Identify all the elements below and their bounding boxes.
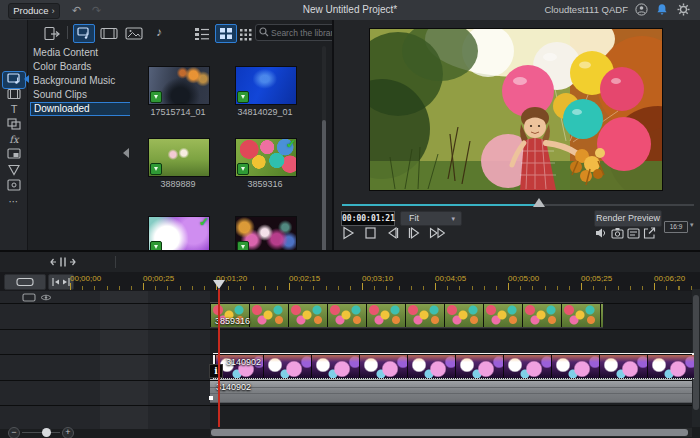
library-scrollbar-thumb[interactable] (322, 120, 326, 265)
clip-info-badge[interactable]: i (209, 364, 223, 378)
account-name: Cloudtest111 QADF (544, 4, 628, 15)
media-item-thumbnail[interactable]: ✓ (235, 138, 297, 177)
produce-button[interactable]: Produce› (8, 3, 60, 19)
timeline-clip-video-2[interactable] (213, 353, 694, 379)
downloaded-badge-icon (237, 91, 249, 103)
storyboard-room-icon[interactable] (4, 88, 24, 102)
ruler-label: 00;00;25 (143, 274, 174, 283)
track-divider (0, 380, 692, 381)
dock-adjust-icon[interactable] (48, 255, 78, 269)
downloaded-badge-icon (150, 91, 162, 103)
collapse-sidebar-icon[interactable] (123, 148, 129, 158)
ruler-label: 00;05;00 (508, 274, 539, 283)
list-view-icon[interactable] (193, 26, 213, 43)
search-icon (259, 27, 269, 37)
media-item-thumbnail[interactable] (148, 138, 210, 177)
sticker-room-icon[interactable] (4, 179, 24, 193)
track-divider (0, 303, 692, 304)
volume-icon[interactable] (595, 227, 608, 239)
produce-chevron-icon: › (52, 5, 55, 16)
preview-video[interactable] (370, 29, 662, 190)
in-use-check-icon: ✓ (199, 215, 209, 229)
category-color-boards[interactable]: Color Boards (30, 60, 131, 73)
media-item-thumbnail[interactable] (235, 66, 297, 105)
clip-label: 3859316 (215, 316, 250, 326)
ruler-label: 00;03;10 (362, 274, 393, 283)
redo-icon[interactable]: ↷ (92, 3, 101, 17)
media-item-label: 3859316 (223, 179, 307, 189)
preview-frame-girl-with-balloons (370, 29, 662, 190)
previous-frame-button[interactable] (386, 226, 402, 240)
category-sound-clips[interactable]: Sound Clips (30, 88, 131, 101)
timeline-clip-audio-2[interactable] (210, 379, 692, 403)
ruler-label: 00;02;15 (289, 274, 320, 283)
header-column-band (100, 291, 148, 429)
more-rooms-icon[interactable]: ⋯ (4, 195, 24, 209)
category-background-music[interactable]: Background Music (30, 74, 131, 87)
media-room-icon[interactable] (4, 73, 24, 87)
filter-video-icon[interactable] (99, 27, 119, 44)
media-grid: 17515714_01 34814029_01 3889889 ✓ 385931… (130, 44, 318, 270)
pip-objects-room-icon[interactable] (4, 148, 24, 162)
zoom-mode-dropdown[interactable]: Fit▾ (400, 211, 462, 226)
effect-room-icon[interactable]: fx (4, 133, 24, 147)
downloaded-badge-icon (150, 163, 162, 175)
timeline-zoom-out-button[interactable]: − (8, 427, 20, 438)
notification-bell-icon[interactable] (656, 3, 668, 16)
play-button[interactable] (342, 226, 358, 240)
toolbar-divider (67, 26, 68, 39)
media-library-panel: T fx ⋯ (0, 20, 332, 250)
timeline-ruler[interactable]: 00;00;00 00;00;25 00;01;20 00;02;15 00;0… (0, 272, 700, 292)
ruler-label: 00;04;05 (435, 274, 466, 283)
snapshot-camera-icon[interactable] (611, 227, 624, 239)
particle-room-icon[interactable] (4, 164, 24, 178)
category-media-content[interactable]: Media Content (30, 46, 131, 59)
track-divider (0, 405, 692, 406)
category-downloaded[interactable]: Downloaded (30, 102, 133, 116)
timeline-toolbar (0, 252, 700, 273)
undo-icon[interactable]: ↶ (72, 3, 81, 17)
aspect-ratio-badge[interactable]: 16:9 (664, 221, 688, 233)
timeline-zoom-in-button[interactable]: + (62, 427, 74, 438)
ruler-major-ticks (70, 283, 693, 290)
eye-icon[interactable] (40, 293, 52, 302)
filter-audio-icon[interactable]: ♪ (149, 25, 169, 42)
playhead-line[interactable] (218, 289, 220, 427)
clip-corner-handle[interactable] (209, 396, 213, 400)
account-icon[interactable] (635, 3, 648, 16)
timecode-display[interactable]: 00:00:01:21 (341, 211, 395, 226)
fast-forward-button[interactable] (429, 226, 445, 240)
track-divider (0, 329, 692, 330)
preview-quality-icon[interactable] (627, 227, 640, 239)
timeline-zoom-slider[interactable] (22, 432, 60, 433)
timeline-zoom-handle[interactable] (42, 428, 51, 437)
stop-button[interactable] (364, 226, 380, 240)
import-media-icon[interactable] (43, 26, 63, 43)
ruler-label: 00;05;25 (581, 274, 612, 283)
filter-photo-icon[interactable] (124, 27, 144, 44)
timeline-horizontal-scrollbar-thumb[interactable] (211, 429, 688, 436)
downloaded-badge-icon (237, 163, 249, 175)
seek-handle[interactable] (533, 198, 545, 207)
video-track-icon (22, 293, 36, 302)
title-room-icon[interactable]: T (4, 103, 24, 117)
render-preview-button[interactable]: Render Preview (594, 210, 662, 227)
timeline-panel: 00;00;00 00;00;25 00;01;20 00;02;15 00;0… (0, 250, 700, 438)
filter-all-media-icon[interactable] (73, 24, 95, 43)
next-frame-button[interactable] (408, 226, 424, 240)
playhead-handle[interactable] (213, 280, 225, 289)
settings-gear-icon[interactable] (677, 3, 690, 16)
library-toolbar: ♪ (27, 24, 332, 44)
timeline-clip-video-1[interactable] (210, 302, 603, 328)
ruler-label: 00;00;00 (70, 274, 101, 283)
grid-view-icon[interactable] (215, 24, 237, 43)
preview-panel: 00:00:01:21 Fit▾ Render Preview 16:9 ▾ (332, 20, 700, 250)
transition-room-icon[interactable] (4, 118, 24, 132)
room-strip: T fx ⋯ (0, 20, 28, 250)
range-select-button[interactable] (4, 274, 46, 290)
media-item-label: 17515714_01 (136, 107, 220, 117)
undock-window-icon[interactable] (643, 227, 656, 239)
chevron-down-icon: ▾ (451, 212, 455, 225)
media-item-thumbnail[interactable] (148, 66, 210, 105)
chevron-down-icon[interactable]: ▾ (690, 221, 694, 229)
